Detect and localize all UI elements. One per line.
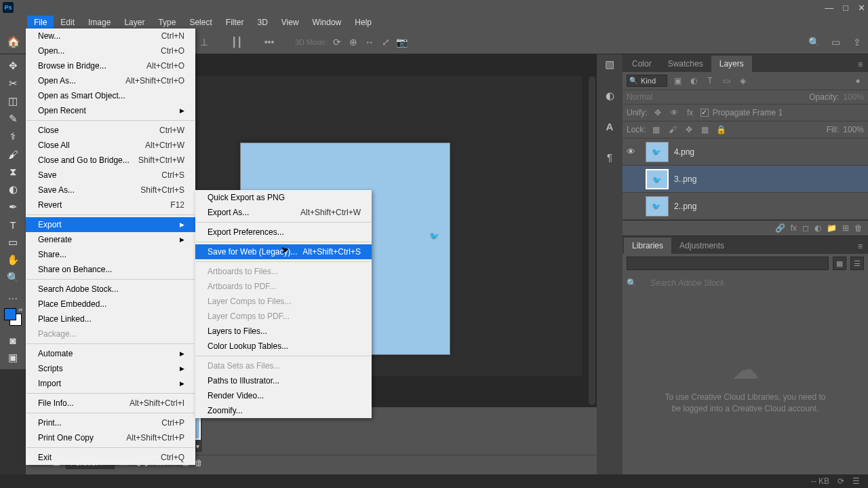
unify-vis-icon[interactable]: 👁: [668, 107, 680, 119]
group-icon[interactable]: 📁: [827, 223, 837, 233]
eyedropper-tool[interactable]: ✎: [3, 110, 23, 128]
menu-filter[interactable]: Filter: [219, 16, 251, 29]
blend-mode-select[interactable]: Normal: [627, 92, 653, 102]
3d-scale-icon[interactable]: ⤢: [379, 35, 393, 49]
link-layers-icon[interactable]: 🔗: [775, 223, 785, 233]
3d-cam-icon[interactable]: 📷: [395, 35, 409, 49]
maximize-button[interactable]: □: [843, 3, 848, 13]
export-color-lookup[interactable]: Color Lookup Tables...: [195, 339, 372, 354]
menu-select[interactable]: Select: [182, 16, 218, 29]
file-exit[interactable]: ExitCtrl+Q: [26, 450, 195, 465]
screen-icon[interactable]: ▭: [829, 35, 842, 49]
layer-row[interactable]: 🐦 2..png: [623, 193, 868, 220]
list-view-icon[interactable]: ☰: [850, 257, 864, 270]
layer-name[interactable]: 4.png: [674, 147, 694, 157]
visibility-icon[interactable]: 👁: [627, 147, 640, 157]
lock-all-icon[interactable]: 🔒: [715, 124, 728, 136]
vertical-scrollbar[interactable]: [589, 76, 595, 405]
lock-nest-icon[interactable]: ▦: [699, 124, 711, 136]
status-list-icon[interactable]: ☰: [852, 476, 860, 486]
zoom-tool[interactable]: 🔍: [3, 269, 23, 286]
hand-tool[interactable]: ✋: [3, 251, 23, 269]
file-close-bridge[interactable]: Close and Go to Bridge...Shift+Ctrl+W: [26, 153, 195, 168]
file-print[interactable]: Print...Ctrl+P: [26, 415, 195, 430]
file-behance[interactable]: Share on Behance...: [26, 262, 195, 277]
layer-thumb[interactable]: 🐦: [646, 169, 669, 189]
lock-trans-icon[interactable]: ▦: [650, 124, 663, 136]
lock-pos-icon[interactable]: ✥: [683, 124, 695, 136]
file-generate[interactable]: Generate▶: [26, 232, 195, 247]
screenmode-tool[interactable]: ▣: [3, 349, 23, 367]
file-export[interactable]: Export▶: [26, 217, 195, 232]
fill-value[interactable]: 100%: [843, 125, 864, 134]
layer-thumb[interactable]: 🐦: [646, 196, 669, 217]
crop-tool[interactable]: ◫: [3, 92, 23, 110]
align-bot-icon[interactable]: ⊥: [197, 35, 211, 49]
file-share[interactable]: Share...: [26, 247, 195, 262]
tab-color[interactable]: Color: [624, 56, 660, 72]
close-button[interactable]: ✕: [858, 3, 865, 13]
export-as[interactable]: Export As...Alt+Shift+Ctrl+W: [195, 205, 372, 220]
file-import[interactable]: Import▶: [26, 376, 195, 391]
panel-menu-icon[interactable]: ≡: [854, 57, 867, 72]
export-zoomify[interactable]: Zoomify...: [195, 403, 372, 418]
file-open-as[interactable]: Open As...Alt+Shift+Ctrl+O: [26, 73, 195, 88]
export-prefs[interactable]: Export Preferences...: [195, 225, 372, 240]
swap-colors-icon[interactable]: ⇄: [18, 307, 23, 313]
delete-frame-icon[interactable]: 🗑: [195, 458, 203, 468]
menu-view[interactable]: View: [275, 16, 306, 29]
brush-tool[interactable]: 🖌: [3, 145, 23, 163]
file-close-all[interactable]: Close AllAlt+Ctrl+W: [26, 138, 195, 153]
quickmask-tool[interactable]: ◙: [3, 331, 23, 349]
filter-pixel-icon[interactable]: ▣: [671, 75, 684, 87]
3d-slide-icon[interactable]: ↔: [363, 35, 376, 49]
more-icon[interactable]: •••: [262, 35, 276, 49]
clone-tool[interactable]: ⧗: [3, 163, 23, 181]
share-icon[interactable]: ⇪: [850, 35, 864, 49]
3d-orbit-icon[interactable]: ⟳: [330, 35, 344, 49]
dist-spacing-icon[interactable]: ┃┃: [230, 35, 243, 49]
file-place-linked[interactable]: Place Linked...: [26, 312, 195, 326]
export-save-for-web[interactable]: Save for Web (Legacy)...Alt+Shift+Ctrl+S: [195, 244, 372, 259]
file-scripts[interactable]: Scripts▶: [26, 361, 195, 376]
file-smart-object[interactable]: Open as Smart Object...: [26, 88, 195, 103]
tab-adjustments[interactable]: Adjustments: [671, 238, 732, 254]
file-browse-bridge[interactable]: Browse in Bridge...Alt+Ctrl+O: [26, 58, 195, 73]
adjustment-icon[interactable]: ◐: [814, 223, 821, 233]
menu-image[interactable]: Image: [81, 16, 117, 29]
layer-thumb[interactable]: 🐦: [646, 142, 669, 162]
history-icon[interactable]: ▧: [605, 58, 614, 71]
pen-tool[interactable]: ✒: [3, 198, 23, 216]
foreground-color[interactable]: [4, 308, 16, 320]
home-icon[interactable]: 🏠: [4, 34, 23, 50]
file-automate[interactable]: Automate▶: [26, 346, 195, 361]
filter-toggle[interactable]: ●: [852, 75, 864, 87]
layer-name[interactable]: 2..png: [674, 202, 696, 211]
menu-3d[interactable]: 3D: [250, 16, 274, 29]
layer-row[interactable]: 👁 🐦 4.png: [623, 138, 868, 166]
character-icon[interactable]: A: [606, 121, 614, 132]
gradient-tool[interactable]: ◐: [3, 181, 23, 198]
export-layers-to-files[interactable]: Layers to Files...: [195, 324, 372, 339]
adobe-stock-search[interactable]: [637, 276, 864, 290]
lasso-tool[interactable]: ✂: [3, 75, 23, 92]
search-icon[interactable]: 🔍: [807, 35, 821, 49]
file-open-recent[interactable]: Open Recent▶: [26, 103, 195, 118]
tab-swatches[interactable]: Swatches: [660, 56, 711, 72]
menu-window[interactable]: Window: [306, 16, 349, 29]
unify-pos-icon[interactable]: ✥: [652, 107, 664, 119]
healing-tool[interactable]: ⚕: [3, 128, 23, 145]
filter-shape-icon[interactable]: ▭: [720, 75, 732, 87]
mask-icon[interactable]: ◻: [802, 223, 809, 233]
file-print-one[interactable]: Print One CopyAlt+Shift+Ctrl+P: [26, 430, 195, 445]
menu-type[interactable]: Type: [151, 16, 182, 29]
file-close[interactable]: CloseCtrl+W: [26, 123, 195, 138]
move-tool[interactable]: ✥: [3, 57, 23, 75]
file-save[interactable]: SaveCtrl+S: [26, 168, 195, 183]
library-select[interactable]: [627, 257, 829, 270]
filter-kind-dropdown[interactable]: Kind: [627, 75, 667, 87]
3d-pan-icon[interactable]: ⊕: [347, 35, 360, 49]
export-render-video[interactable]: Render Video...: [195, 388, 372, 403]
file-file-info[interactable]: File Info...Alt+Shift+Ctrl+I: [26, 396, 195, 411]
fx-icon[interactable]: fx: [791, 223, 797, 233]
